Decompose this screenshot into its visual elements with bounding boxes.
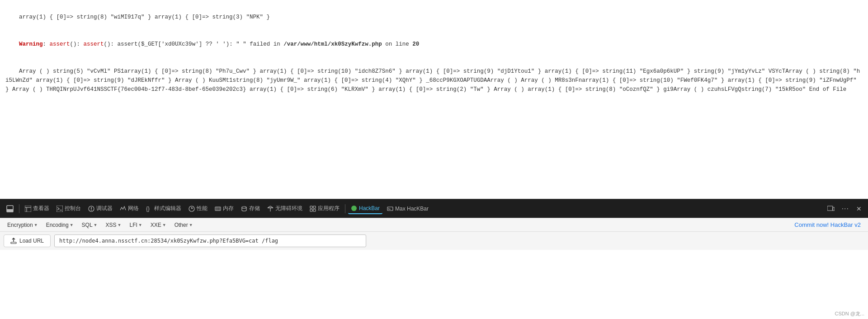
other-menu[interactable]: Other ▼ (171, 220, 197, 230)
tab-hackbar[interactable]: HackBar (348, 203, 382, 214)
line3: Array ( ) string(5) "vCvMl" PS1array(1) … (5, 68, 860, 93)
devtools-dock-btn[interactable] (4, 203, 16, 214)
load-url-label: Load URL (19, 238, 44, 244)
tab-hackbar-label: HackBar (359, 205, 380, 211)
sep1 (19, 204, 19, 213)
encryption-menu[interactable]: Encryption ▼ (4, 220, 42, 230)
tab-performance-label: 性能 (197, 205, 208, 212)
close-devtools-btn[interactable]: ✕ (854, 203, 864, 214)
tab-console-label: 控制台 (65, 205, 81, 212)
xss-arrow: ▼ (118, 223, 122, 227)
line-number: 20 (412, 41, 419, 47)
xxe-arrow: ▼ (162, 223, 166, 227)
svg-rect-1 (7, 209, 13, 212)
tab-storage[interactable]: 存储 (238, 203, 263, 214)
devtools-toolbar: 查看器 控制台 调试器 网络 {} 样式编辑器 性能 内存 存储 无障碍环境 (0, 199, 868, 218)
hackbar-toolbar: Encryption ▼ Encoding ▼ SQL ▼ XSS ▼ LFI … (0, 218, 868, 232)
sql-label: SQL (82, 222, 93, 228)
svg-text:{}: {} (146, 206, 150, 212)
tab-accessibility[interactable]: 无障碍环境 (264, 203, 305, 214)
code-output: array(1) { [0]=> string(8) "wiMI917q" } … (5, 4, 863, 103)
close-icon: ✕ (856, 205, 862, 212)
tab-inspector[interactable]: 查看器 (22, 203, 52, 214)
sql-menu[interactable]: SQL ▼ (78, 220, 101, 230)
main-content-area: array(1) { [0]=> string(8) "wiMI917q" } … (0, 0, 868, 199)
line1: array(1) { [0]=> string(8) "wiMI917q" } … (19, 14, 270, 20)
responsive-mode-btn[interactable] (825, 203, 837, 214)
load-url-button[interactable]: Load URL (4, 235, 51, 247)
lfi-arrow: ▼ (138, 223, 142, 227)
svg-rect-2 (25, 206, 31, 212)
warning-keyword: Warning (19, 41, 43, 47)
xss-menu[interactable]: XSS ▼ (102, 220, 125, 230)
encoding-label: Encoding (46, 222, 69, 228)
encryption-label: Encryption (7, 222, 33, 228)
assert-func1: assert (50, 41, 70, 47)
svg-point-25 (351, 206, 357, 211)
url-input[interactable] (54, 235, 366, 247)
lfi-menu[interactable]: LFI ▼ (126, 220, 146, 230)
encoding-arrow: ▼ (70, 223, 74, 227)
other-label: Other (175, 222, 188, 228)
tab-max-hackbar[interactable]: Max HacKBar (384, 204, 431, 214)
tab-debugger-label: 调试器 (96, 205, 113, 212)
sep2 (345, 204, 345, 213)
tab-memory[interactable]: 内存 (212, 203, 236, 214)
svg-point-9 (91, 210, 92, 211)
xxe-label: XXE (151, 222, 161, 228)
hackbar-panel: Encryption ▼ Encoding ▼ SQL ▼ XSS ▼ LFI … (0, 218, 868, 250)
tab-inspector-label: 查看器 (33, 205, 49, 212)
other-arrow: ▼ (189, 223, 193, 227)
devtools-right-controls: ··· ✕ (825, 203, 864, 215)
tab-debugger[interactable]: 调试器 (85, 203, 115, 214)
tab-network[interactable]: 网络 (117, 203, 142, 214)
xss-label: XSS (106, 222, 117, 228)
svg-rect-21 (310, 206, 312, 208)
more-dots: ··· (842, 205, 849, 213)
assert-func2: assert (84, 41, 104, 47)
svg-rect-24 (313, 209, 316, 211)
tab-accessibility-label: 无障碍环境 (275, 205, 302, 212)
filepath: /var/www/html/xk0SzyKwfzw.php (283, 41, 382, 47)
encryption-arrow: ▼ (34, 223, 38, 227)
tab-max-hackbar-label: Max HacKBar (395, 206, 429, 212)
tab-style-editor[interactable]: {} 样式编辑器 (143, 203, 184, 214)
more-options-btn[interactable]: ··· (839, 203, 852, 215)
svg-rect-23 (310, 209, 312, 211)
csdn-watermark: CSDN @龙... (835, 310, 864, 317)
sql-arrow: ▼ (94, 223, 98, 227)
svg-point-16 (242, 206, 246, 208)
xxe-menu[interactable]: XXE ▼ (147, 220, 170, 230)
tab-app-programs[interactable]: 应用程序 (307, 203, 342, 214)
tab-storage-label: 存储 (249, 205, 260, 212)
tab-performance[interactable]: 性能 (186, 203, 210, 214)
lfi-label: LFI (129, 222, 137, 228)
tab-console[interactable]: 控制台 (54, 203, 84, 214)
tab-app-programs-label: 应用程序 (318, 205, 340, 212)
svg-rect-30 (833, 207, 835, 211)
commit-now-btn[interactable]: Commit now! HackBar v2 (791, 220, 864, 230)
tab-memory-label: 内存 (223, 205, 234, 212)
svg-rect-22 (313, 206, 316, 208)
tab-network-label: 网络 (128, 205, 139, 212)
upload-icon (10, 238, 17, 244)
svg-rect-29 (827, 206, 833, 211)
tab-style-editor-label: 样式编辑器 (154, 205, 181, 212)
encoding-menu[interactable]: Encoding ▼ (42, 220, 77, 230)
svg-rect-26 (387, 207, 393, 211)
svg-rect-31 (11, 242, 16, 244)
hackbar-url-row: Load URL (0, 232, 868, 250)
